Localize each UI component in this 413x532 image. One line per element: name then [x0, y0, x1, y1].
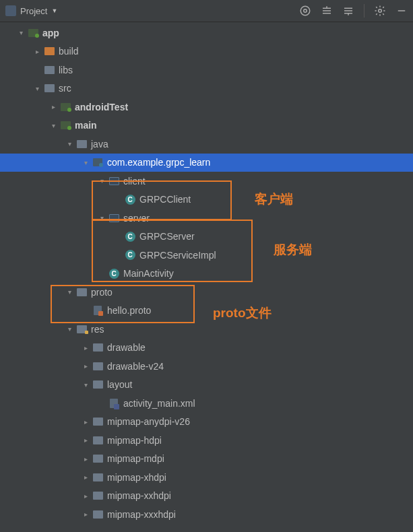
tree-node-drawable[interactable]: drawable: [0, 339, 413, 358]
tree-node-grpcclient[interactable]: CGRPCClient: [0, 191, 413, 209]
node-label: hello.proto: [107, 305, 151, 316]
node-label: mipmap-anydpi-v26: [107, 416, 190, 427]
tree-node-mipmap-anydpi-v26[interactable]: mipmap-anydpi-v26: [0, 413, 413, 432]
folder-icon: [75, 287, 88, 298]
node-label: build: [59, 46, 79, 57]
folder-icon: [43, 65, 55, 75]
expand-icon[interactable]: [16, 29, 26, 36]
tree-node-grpcserver[interactable]: CGRPCServer: [0, 228, 413, 246]
tree-node-libs[interactable]: libs: [0, 61, 413, 79]
node-label: GRPCClient: [139, 194, 191, 205]
tree-node-server[interactable]: server: [0, 209, 413, 228]
class-icon: C: [108, 268, 120, 279]
collapse-all-icon[interactable]: [342, 5, 354, 17]
expand-all-icon[interactable]: [321, 5, 333, 17]
node-label: MainActivity: [123, 268, 174, 279]
folder-icon: [92, 361, 104, 372]
node-label: layout: [107, 379, 132, 390]
package-icon: [108, 213, 120, 224]
select-opened-file-icon[interactable]: [299, 5, 311, 17]
expand-icon[interactable]: [97, 214, 106, 222]
tree-node-mipmap-mdpi[interactable]: mipmap-mdpi: [0, 450, 413, 469]
expand-icon[interactable]: [81, 159, 90, 166]
source-folder-icon: [59, 120, 71, 131]
tree-node-mipmap-xxxhdpi[interactable]: mipmap-xxxhdpi: [0, 505, 413, 524]
folder-icon: [92, 453, 104, 464]
expand-icon[interactable]: [97, 177, 106, 185]
node-label: proto: [91, 287, 113, 298]
folder-icon: [43, 83, 55, 94]
expand-icon[interactable]: [32, 48, 42, 55]
tool-window-header: Project ▼: [0, 0, 413, 22]
tree-node-layout[interactable]: layout: [0, 376, 413, 395]
svg-point-0: [300, 6, 310, 15]
svg-point-8: [379, 9, 382, 13]
project-title[interactable]: Project: [20, 6, 47, 16]
tree-node-grpcserviceimpl[interactable]: CGRPCServiceImpl: [0, 246, 413, 265]
expand-icon[interactable]: [81, 362, 90, 370]
node-label: activity_main.xml: [123, 398, 195, 409]
folder-icon: [92, 435, 104, 446]
expand-icon[interactable]: [65, 325, 74, 333]
header-left: Project ▼: [5, 5, 57, 16]
node-label: GRPCServer: [139, 231, 195, 242]
tree-node-res[interactable]: res: [0, 320, 413, 339]
tree-node-mipmap-xxhdpi[interactable]: mipmap-xxhdpi: [0, 487, 413, 506]
node-label: client: [123, 176, 146, 187]
expand-icon[interactable]: [32, 85, 42, 92]
project-tree: app build libs src androidTest main java…: [0, 22, 413, 524]
res-folder-icon: [75, 324, 88, 335]
node-label: app: [42, 28, 59, 38]
expand-icon[interactable]: [81, 492, 90, 500]
node-label: mipmap-xxxhdpi: [107, 509, 176, 520]
node-label: res: [91, 324, 104, 335]
tree-node-mipmap-hdpi[interactable]: mipmap-hdpi: [0, 431, 413, 450]
node-label: mipmap-xxhdpi: [107, 490, 171, 501]
node-label: main: [75, 120, 97, 131]
tree-node-proto[interactable]: proto: [0, 283, 413, 302]
expand-icon[interactable]: [81, 510, 90, 518]
expand-icon[interactable]: [81, 344, 90, 352]
node-label: GRPCServiceImpl: [139, 250, 216, 261]
tree-node-src[interactable]: src: [0, 79, 413, 98]
expand-icon[interactable]: [81, 455, 90, 463]
tree-node-activitymain[interactable]: activity_main.xml: [0, 394, 413, 413]
expand-icon[interactable]: [49, 103, 58, 110]
expand-icon[interactable]: [81, 436, 90, 444]
tree-node-build[interactable]: build: [0, 42, 413, 61]
expand-icon[interactable]: [81, 418, 90, 426]
tree-node-mainactivity[interactable]: CMainActivity: [0, 265, 413, 284]
node-label: server: [123, 213, 150, 224]
folder-icon: [92, 379, 104, 390]
xml-file-icon: [108, 398, 120, 409]
expand-icon[interactable]: [81, 381, 90, 389]
class-icon: C: [124, 231, 136, 242]
minimize-icon[interactable]: [395, 5, 408, 17]
folder-icon: [92, 416, 104, 427]
tree-node-helloproto[interactable]: hello.proto: [0, 302, 413, 321]
tree-node-client[interactable]: client: [0, 172, 413, 191]
tree-node-java[interactable]: java: [0, 135, 413, 154]
gear-icon[interactable]: [374, 5, 386, 17]
tree-node-drawablev24[interactable]: drawable-v24: [0, 357, 413, 376]
expand-icon[interactable]: [49, 122, 58, 129]
class-icon: C: [124, 250, 136, 261]
expand-icon[interactable]: [65, 140, 74, 147]
node-label: com.example.grpc_learn: [107, 157, 210, 168]
node-label: mipmap-hdpi: [107, 435, 162, 446]
tree-node-mipmap-xhdpi[interactable]: mipmap-xhdpi: [0, 468, 413, 487]
dropdown-arrow-icon[interactable]: ▼: [51, 7, 57, 14]
expand-icon[interactable]: [81, 473, 90, 481]
node-label: drawable-v24: [107, 361, 164, 372]
divider: [364, 4, 364, 18]
node-label: src: [59, 83, 71, 94]
module-icon: [27, 28, 39, 38]
tree-node-package[interactable]: com.example.grpc_learn: [0, 154, 413, 172]
header-right: [299, 4, 408, 18]
expand-icon[interactable]: [65, 288, 74, 296]
source-folder-icon: [59, 102, 71, 112]
tree-node-androidtest[interactable]: androidTest: [0, 98, 413, 117]
node-label: libs: [59, 65, 73, 75]
tree-node-main[interactable]: main: [0, 117, 413, 135]
tree-node-app[interactable]: app: [0, 24, 413, 42]
